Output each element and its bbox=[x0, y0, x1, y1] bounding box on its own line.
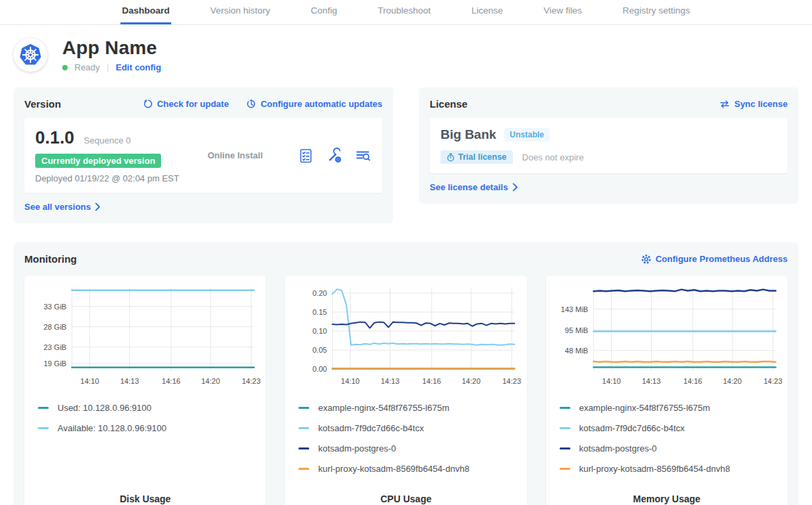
legend-color-dash bbox=[560, 447, 570, 449]
install-type-label: Online Install bbox=[208, 150, 298, 160]
preflight-checks-icon[interactable] bbox=[298, 148, 314, 164]
svg-text:14:23: 14:23 bbox=[763, 377, 782, 385]
monitoring-head: Monitoring Configure Prometheus Address bbox=[24, 253, 788, 265]
check-for-update-label: Check for update bbox=[157, 99, 229, 109]
svg-text:48 MiB: 48 MiB bbox=[565, 347, 588, 355]
legend-color-dash bbox=[298, 407, 309, 409]
license-panel: License Sync license Big Bank Unstable bbox=[419, 87, 798, 204]
legend-color-dash bbox=[560, 407, 570, 409]
license-panel-head: License Sync license bbox=[430, 98, 788, 110]
svg-text:95 MiB: 95 MiB bbox=[565, 326, 588, 334]
legend-label: kotsadm-7f9dc7d66c-b4tcx bbox=[318, 423, 424, 433]
legend-label: kotsadm-postgres-0 bbox=[318, 443, 396, 454]
memory-usage-chart-card: 14:1014:1314:1614:2014:23143 MiB95 MiB48… bbox=[546, 276, 788, 505]
legend-color-dash bbox=[560, 427, 570, 429]
legend-item: example-nginx-54f8f76755-l675m bbox=[298, 403, 513, 413]
app-header: App Name Ready | Edit config bbox=[14, 37, 798, 72]
legend-color-dash bbox=[38, 407, 49, 409]
view-logs-icon[interactable] bbox=[355, 148, 371, 164]
license-card: Big Bank Unstable Trial license Does not… bbox=[430, 118, 788, 173]
svg-text:14:23: 14:23 bbox=[242, 377, 261, 385]
tab-registry-settings[interactable]: Registry settings bbox=[621, 0, 692, 24]
svg-text:143 MiB: 143 MiB bbox=[560, 305, 587, 313]
legend-label: example-nginx-54f8f76755-l675m bbox=[579, 403, 710, 413]
version-info: 0.1.0 Sequence 0 Currently deployed vers… bbox=[35, 127, 179, 183]
legend-label: kotsadm-7f9dc7d66c-b4tcx bbox=[579, 423, 685, 433]
legend-label: Available: 10.128.0.96:9100 bbox=[58, 423, 166, 433]
tab-version-history[interactable]: Version history bbox=[209, 0, 272, 24]
svg-text:0.20: 0.20 bbox=[313, 289, 327, 297]
svg-text:14:16: 14:16 bbox=[422, 377, 441, 385]
memory-usage-chart: 14:1014:1314:1614:2014:23143 MiB95 MiB48… bbox=[551, 282, 782, 391]
tab-view-files[interactable]: View files bbox=[542, 0, 583, 24]
legend-item: example-nginx-54f8f76755-l675m bbox=[560, 403, 774, 413]
legend-label: kurl-proxy-kotsadm-8569fb6454-dnvh8 bbox=[579, 464, 730, 474]
svg-text:0.10: 0.10 bbox=[313, 327, 327, 335]
chevron-right-icon bbox=[95, 202, 101, 211]
disk-usage-chart-card: 14:1014:1314:1614:2014:2333 GiB28 GiB23 … bbox=[24, 276, 266, 505]
configure-auto-updates-link[interactable]: Configure automatic updates bbox=[246, 99, 382, 109]
legend-item: kotsadm-7f9dc7d66c-b4tcx bbox=[560, 423, 774, 433]
svg-text:14:20: 14:20 bbox=[462, 377, 481, 385]
svg-text:28 GiB: 28 GiB bbox=[43, 323, 66, 331]
legend-color-dash bbox=[298, 447, 309, 449]
refresh-icon bbox=[143, 99, 153, 109]
see-license-details-link[interactable]: See license details bbox=[430, 182, 518, 192]
update-schedule-icon bbox=[246, 99, 256, 109]
version-panel: Version Check for update bbox=[14, 87, 393, 223]
version-actions bbox=[298, 148, 371, 164]
svg-text:14:20: 14:20 bbox=[723, 377, 742, 385]
stopwatch-icon bbox=[447, 153, 455, 162]
monitoring-panel: Monitoring Configure Prometheus Address … bbox=[14, 242, 798, 505]
charts-grid: 14:1014:1314:1614:2014:2333 GiB28 GiB23 … bbox=[24, 276, 788, 505]
license-name: Big Bank bbox=[441, 127, 496, 142]
legend-color-dash bbox=[38, 427, 49, 429]
sync-license-link[interactable]: Sync license bbox=[719, 99, 788, 109]
version-title: Version bbox=[24, 98, 61, 110]
svg-text:23 GiB: 23 GiB bbox=[43, 343, 66, 351]
see-all-versions-link[interactable]: See all versions bbox=[24, 202, 101, 212]
svg-text:14:16: 14:16 bbox=[162, 377, 181, 385]
sync-license-label: Sync license bbox=[734, 99, 788, 109]
top-nav: Dashboard Version history Config Trouble… bbox=[0, 0, 812, 25]
svg-text:14:10: 14:10 bbox=[602, 377, 621, 385]
tab-troubleshoot[interactable]: Troubleshoot bbox=[376, 0, 432, 24]
deployed-badge: Currently deployed version bbox=[35, 154, 161, 168]
legend-label: example-nginx-54f8f76755-l675m bbox=[318, 403, 449, 413]
cpu-usage-chart: 14:1014:1314:1614:2014:230.200.150.100.0… bbox=[290, 282, 521, 391]
edit-config-gear-icon[interactable] bbox=[326, 148, 342, 164]
tab-config[interactable]: Config bbox=[309, 0, 338, 24]
legend-item: kotsadm-postgres-0 bbox=[560, 443, 774, 454]
svg-text:0.00: 0.00 bbox=[313, 365, 327, 373]
see-all-versions-label: See all versions bbox=[24, 202, 91, 212]
edit-config-link[interactable]: Edit config bbox=[116, 62, 161, 72]
cpu-usage-legend: example-nginx-54f8f76755-l675mkotsadm-7f… bbox=[290, 391, 521, 484]
configure-auto-updates-label: Configure automatic updates bbox=[261, 99, 382, 109]
tab-dashboard[interactable]: Dashboard bbox=[120, 0, 171, 24]
svg-text:19 GiB: 19 GiB bbox=[43, 359, 66, 368]
divider: | bbox=[107, 62, 109, 72]
disk-usage-chart: 14:1014:1314:1614:2014:2333 GiB28 GiB23 … bbox=[30, 282, 261, 391]
legend-label: kotsadm-postgres-0 bbox=[579, 443, 657, 454]
current-version-card: 0.1.0 Sequence 0 Currently deployed vers… bbox=[24, 118, 382, 193]
legend-item: kotsadm-7f9dc7d66c-b4tcx bbox=[298, 423, 513, 433]
legend-color-dash bbox=[298, 468, 309, 470]
svg-text:33 GiB: 33 GiB bbox=[43, 303, 66, 311]
legend-item: kurl-proxy-kotsadm-8569fb6454-dnvh8 bbox=[560, 464, 774, 474]
version-links: Check for update Configure automatic upd… bbox=[143, 99, 382, 109]
legend-item: Available: 10.128.0.96:9100 bbox=[38, 423, 252, 433]
license-expiry: Does not expire bbox=[522, 152, 584, 162]
cpu-usage-chart-card: 14:1014:1314:1614:2014:230.200.150.100.0… bbox=[285, 276, 526, 505]
svg-text:14:13: 14:13 bbox=[641, 377, 660, 385]
svg-text:14:20: 14:20 bbox=[201, 377, 220, 385]
tab-license[interactable]: License bbox=[470, 0, 505, 24]
version-number: 0.1.0 bbox=[35, 127, 74, 148]
channel-badge: Unstable bbox=[504, 128, 549, 141]
cards-row: Version Check for update bbox=[14, 87, 798, 223]
legend-item: Used: 10.128.0.96:9100 bbox=[38, 403, 252, 413]
sync-icon bbox=[719, 100, 730, 109]
main-content: App Name Ready | Edit config Version bbox=[0, 37, 812, 505]
version-sequence: Sequence 0 bbox=[84, 135, 131, 146]
check-for-update-link[interactable]: Check for update bbox=[143, 99, 229, 109]
configure-prometheus-link[interactable]: Configure Prometheus Address bbox=[641, 254, 788, 265]
